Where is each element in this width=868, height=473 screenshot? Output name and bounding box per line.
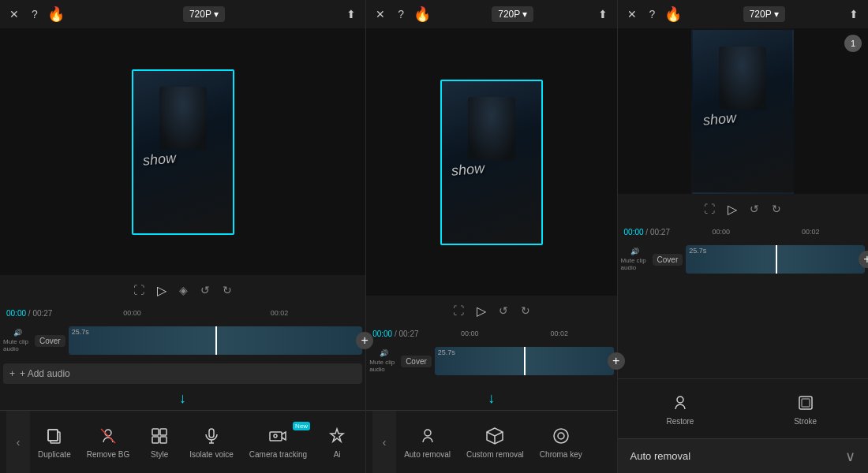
help-button-1[interactable]: ? xyxy=(28,6,41,22)
redo-btn-2[interactable]: ↻ xyxy=(521,304,530,317)
panel3-playhead xyxy=(776,245,777,274)
panel2-time-sep: / xyxy=(392,330,398,338)
duplicate-tool[interactable]: Duplicate xyxy=(30,419,79,465)
chroma-key-tool[interactable]: Chroma key xyxy=(532,419,590,465)
restore-tool[interactable]: Restore xyxy=(658,385,702,432)
svg-rect-9 xyxy=(209,429,214,438)
resolution-btn-2[interactable]: 720P ▾ xyxy=(492,6,533,22)
svg-point-17 xyxy=(677,397,683,403)
fire-icon-3: 🔥 xyxy=(664,6,682,23)
resolution-label-1: 720P xyxy=(189,9,211,20)
collapse-btn-2[interactable]: ‹ xyxy=(372,411,396,474)
panel3-clip-duration: 25.7s xyxy=(689,247,706,255)
panel-3: ✕ ? 🔥 720P ▾ ⬆ show 1 ⛶ xyxy=(618,0,868,473)
panel1-timeline-track: 🔊 Mute clip audio Cover 25.7s + xyxy=(0,321,365,360)
plus-icon-1: + xyxy=(9,368,15,379)
panel3-time-sep: / xyxy=(644,228,650,236)
undo-btn-3[interactable]: ↺ xyxy=(750,203,759,215)
isolate-voice-icon xyxy=(200,425,223,447)
speaker-icon-3: 🔊 xyxy=(630,248,639,255)
svg-rect-6 xyxy=(160,429,166,435)
resolution-btn-1[interactable]: 720P ▾ xyxy=(183,6,225,22)
close-button-1[interactable]: ✕ xyxy=(6,6,22,22)
panel2-video-thumbnail: show xyxy=(440,80,543,245)
chevron-down-icon-1: ▾ xyxy=(214,9,219,20)
panel1-toolbar-right: ⬆ xyxy=(343,6,359,22)
panel2-toolbar: ✕ ? 🔥 720P ▾ ⬆ xyxy=(366,0,616,28)
panel2-clip-add[interactable]: + xyxy=(608,352,625,370)
down-arrow-icon-2: ↓ xyxy=(488,390,495,407)
resolution-btn-3[interactable]: 720P ▾ xyxy=(743,6,785,22)
undo-btn-2[interactable]: ↺ xyxy=(499,304,508,317)
upload-button-3[interactable]: ⬆ xyxy=(846,6,862,22)
upload-button-2[interactable]: ⬆ xyxy=(595,6,611,22)
custom-removal-tool[interactable]: Custom removal xyxy=(458,419,532,465)
more-tool[interactable]: Ai xyxy=(315,419,359,465)
mute-btn-3[interactable]: 🔊 Mute clip audio xyxy=(621,248,649,271)
remove-bg-tool[interactable]: Remove BG xyxy=(79,419,137,465)
resolution-label-3: 720P xyxy=(750,9,772,20)
panel1-add-audio[interactable]: + + Add audio xyxy=(3,363,362,384)
duplicate-icon xyxy=(43,425,65,447)
close-button-2[interactable]: ✕ xyxy=(372,6,388,22)
panel1-video-thumbnail: show xyxy=(132,69,234,235)
help-button-3[interactable]: ? xyxy=(646,6,659,22)
cover-label-2[interactable]: Cover xyxy=(401,356,432,367)
mute-btn-2[interactable]: 🔊 Mute clip audio xyxy=(369,349,398,373)
more-icon xyxy=(326,425,348,447)
fire-icon-2: 🔥 xyxy=(413,6,431,23)
help-button-2[interactable]: ? xyxy=(395,6,407,22)
panel3-tools-row: Restore Stroke xyxy=(618,378,868,438)
mute-btn-1[interactable]: 🔊 Mute clip audio xyxy=(3,329,32,352)
isolate-voice-tool[interactable]: Isolate voice xyxy=(181,419,241,465)
panel1-clip-duration: 25.7s xyxy=(72,328,89,336)
panel2-time-total: 00:27 xyxy=(399,330,419,338)
undo-btn-1[interactable]: ↺ xyxy=(200,284,210,296)
camera-tracking-tool[interactable]: New Camera tracking xyxy=(241,419,315,465)
panel3-preview-controls: ⛶ ▷ ↺ ↻ xyxy=(618,194,868,224)
close-button-3[interactable]: ✕ xyxy=(624,6,640,22)
auto-removal-bar: Auto removal ∨ xyxy=(618,438,868,473)
svg-rect-19 xyxy=(802,399,810,407)
panel2-playhead xyxy=(524,347,526,375)
panel-1: ✕ ? 🔥 720P ▾ ⬆ show ⛶ ▷ xyxy=(0,0,366,473)
cover-text-2: Cover xyxy=(406,357,427,366)
play-btn-2[interactable]: ▷ xyxy=(477,304,486,318)
play-btn-1[interactable]: ▷ xyxy=(157,283,166,298)
svg-rect-8 xyxy=(160,437,166,443)
redo-btn-1[interactable]: ↻ xyxy=(223,284,232,296)
panel3-mark-1: 00:02 xyxy=(802,228,820,236)
auto-removal-tool[interactable]: Auto removal xyxy=(396,419,458,465)
mute-label-1: Mute clip audio xyxy=(3,338,32,352)
panel1-video-text: show xyxy=(142,150,177,169)
upload-button-1[interactable]: ⬆ xyxy=(343,6,359,22)
redo-btn-3[interactable]: ↻ xyxy=(772,203,781,215)
panel1-playhead xyxy=(215,326,217,355)
panel2-clip-track: 25.7s + xyxy=(435,347,614,375)
panel3-video-thumbnail: show xyxy=(691,28,794,194)
fullscreen-btn-2[interactable]: ⛶ xyxy=(453,304,464,317)
panel2-mark-0: 00:00 xyxy=(461,330,479,337)
fullscreen-btn-1[interactable]: ⛶ xyxy=(133,284,144,296)
panel1-preview: show xyxy=(0,28,365,275)
fullscreen-btn-3[interactable]: ⛶ xyxy=(704,203,715,215)
add-audio-label-1: + Add audio xyxy=(20,368,70,379)
panel1-toolbar: ✕ ? 🔥 720P ▾ ⬆ xyxy=(0,0,365,28)
cover-label-3[interactable]: Cover xyxy=(653,254,683,266)
style-tool[interactable]: Style xyxy=(137,419,181,465)
mute-label-3: Mute clip audio xyxy=(621,257,649,271)
chevron-down-icon-2: ▾ xyxy=(522,9,527,20)
panel3-toolbar: ✕ ? 🔥 720P ▾ ⬆ xyxy=(618,0,868,28)
more-label: Ai xyxy=(334,450,341,459)
stroke-tool[interactable]: Stroke xyxy=(784,385,828,432)
panel1-time-current: 00:00 xyxy=(6,309,26,318)
collapse-btn-1[interactable]: ‹ xyxy=(6,411,30,474)
panel2-ruler: 00:00 / 00:27 00:00 00:02 xyxy=(366,326,616,341)
camera-tracking-icon xyxy=(267,425,289,447)
cover-label-1[interactable]: Cover xyxy=(35,335,65,347)
auto-removal-expand[interactable]: ∨ xyxy=(845,448,855,465)
panel3-clip-track: 25.7s + xyxy=(686,245,865,274)
wand-btn-1[interactable]: ◈ xyxy=(179,284,188,296)
play-btn-3[interactable]: ▷ xyxy=(728,202,737,217)
panel1-mark-0: 00:00 xyxy=(123,309,141,317)
